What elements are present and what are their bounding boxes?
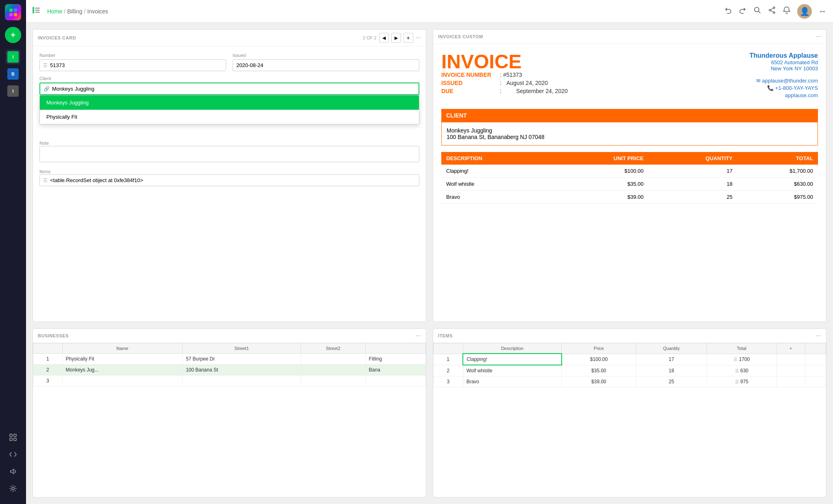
item-col-extra — [805, 343, 826, 354]
add-record-button[interactable]: + — [403, 33, 413, 43]
col-description: DESCRIPTION — [441, 152, 552, 165]
inv-desc-1: Wolf whistle — [441, 178, 552, 191]
dropdown-option-0[interactable]: Monkeys Juggling — [40, 96, 419, 110]
biz-num-2: 3 — [33, 376, 63, 387]
item-col-qty: Quantity — [636, 343, 707, 354]
user-avatar[interactable]: 👤 — [797, 4, 812, 19]
invoice-due-row: DUE : September 24, 2020 — [441, 88, 568, 94]
col-total: TOTAL — [737, 152, 818, 165]
biz-street1-2[interactable] — [182, 376, 301, 387]
settings-icon[interactable] — [6, 481, 20, 496]
biz-street2-0[interactable] — [301, 354, 366, 365]
invoices-custom-title: INVOICES Custom — [438, 34, 813, 39]
number-icon: ☰ — [43, 63, 48, 68]
client-value: Monkeys Juggling — [52, 86, 415, 92]
sidebar-item-i1[interactable]: I — [6, 50, 20, 64]
biz-street2-2[interactable] — [301, 376, 366, 387]
businesses-more-icon[interactable]: ··· — [416, 332, 421, 339]
search-button[interactable] — [753, 6, 761, 16]
item-price-0[interactable]: $100.00 — [562, 354, 636, 365]
breadcrumb-billing[interactable]: Billing — [67, 8, 82, 15]
item-qty-1[interactable]: 18 — [636, 365, 707, 376]
items-more-icon[interactable]: ··· — [816, 332, 821, 339]
biz-name-2[interactable] — [62, 376, 182, 387]
invoices-custom-header: INVOICES Custom ··· — [433, 30, 826, 44]
custom-more-icon[interactable]: ··· — [816, 33, 821, 40]
biz-extra-2 — [365, 376, 425, 387]
businesses-table: Name Street1 Street2 1 Physically Fit 57… — [33, 343, 426, 387]
breadcrumb-home[interactable]: Home — [47, 8, 62, 15]
businesses-table-container: Name Street1 Street2 1 Physically Fit 57… — [33, 343, 426, 387]
issued-input[interactable]: 2020-08-24 — [233, 59, 419, 71]
biz-street1-0[interactable]: 57 Burpee Dr — [182, 354, 301, 365]
company-phone: 📞 +1-800-YAY-YAYS — [750, 85, 818, 91]
invoice-due-value: September 24, 2020 — [516, 88, 568, 94]
biz-row-1: 2 Monkeys Jug... 100 Banana St Bana — [33, 365, 426, 376]
next-button[interactable]: ▶ — [391, 33, 401, 43]
breadcrumb-invoices[interactable]: Invoices — [87, 8, 108, 15]
invoices-card-count: 2 OF 2 — [363, 35, 377, 40]
item-desc-2[interactable]: Bravo — [463, 376, 562, 387]
item-price-2[interactable]: $39.00 — [562, 376, 636, 387]
note-input[interactable] — [39, 146, 419, 162]
dropdown-option-1[interactable]: Physically Fit — [40, 110, 419, 124]
items-table: Description Price Quantity Total + 1 Cla… — [433, 343, 826, 387]
biz-col-street1: Street1 — [182, 343, 301, 354]
item-row-0: 1 Clapping! $100.00 17 ☰ 1700 — [434, 354, 826, 365]
number-input[interactable]: ☰ 51373 — [39, 59, 226, 71]
biz-name-1[interactable]: Monkeys Jug... — [62, 365, 182, 376]
number-group: Number ☰ 51373 — [39, 53, 226, 71]
invoice-row-2: Bravo $39.00 25 $975.00 — [441, 191, 818, 204]
issued-group: Issued 2020-08-24 — [233, 53, 419, 71]
client-input[interactable]: 🔗 Monkeys Juggling — [39, 83, 419, 95]
item-qty-2[interactable]: 25 — [636, 376, 707, 387]
items-input[interactable]: ☰ <table.RecordSet object at 0xfe384f10> — [39, 174, 419, 186]
redo-button[interactable] — [739, 6, 747, 16]
inv-desc-0: Clapping! — [441, 165, 552, 178]
megaphone-icon[interactable] — [6, 464, 20, 479]
item-desc-0[interactable]: Clapping! — [463, 354, 562, 365]
copy-icon-1[interactable]: ☰ — [735, 368, 739, 373]
biz-street2-1[interactable] — [301, 365, 366, 376]
breadcrumb-sep1: / — [64, 8, 65, 15]
notifications-button[interactable] — [783, 6, 791, 16]
biz-street1-1[interactable]: 100 Banana St — [182, 365, 301, 376]
businesses-panel: BUSINESSES ··· Name Street1 Street2 — [33, 328, 426, 497]
more-options-icon[interactable]: ··· — [416, 34, 421, 41]
biz-num-0: 1 — [33, 354, 63, 365]
item-col-add[interactable]: + — [776, 343, 805, 354]
item-desc-1[interactable]: Wolf whistle — [463, 365, 562, 376]
col-quantity: QUANTITY — [648, 152, 737, 165]
client-address: 100 Banana St, Bananaberg NJ 07048 — [447, 134, 813, 140]
add-button[interactable]: + — [5, 27, 21, 43]
biz-col-name: Name — [62, 343, 182, 354]
client-dropdown-container: 🔗 Monkeys Juggling Monkeys Juggling Phys… — [39, 83, 419, 95]
app-logo[interactable] — [5, 4, 21, 20]
code-icon[interactable] — [6, 447, 20, 462]
item-total-2: ☰ 975 — [707, 376, 776, 387]
sidebar-item-b[interactable]: B — [6, 67, 20, 81]
company-website: applause.com — [750, 92, 818, 98]
grid-icon[interactable] — [6, 430, 20, 445]
number-label: Number — [39, 53, 226, 58]
issued-value: 2020-08-24 — [236, 62, 416, 68]
invoice-number-label: INVOICE NUMBER — [441, 72, 498, 78]
biz-name-0[interactable]: Physically Fit — [62, 354, 182, 365]
prev-button[interactable]: ◀ — [379, 33, 389, 43]
sidebar-toggle-icon[interactable] — [33, 7, 41, 15]
businesses-title: BUSINESSES — [38, 333, 413, 338]
share-button[interactable] — [768, 6, 776, 16]
expand-icon[interactable]: ↔ — [818, 7, 826, 16]
client-dropdown-menu: Monkeys Juggling Physically Fit — [39, 95, 419, 124]
sidebar-item-i2[interactable]: I — [6, 84, 20, 98]
item-qty-0[interactable]: 17 — [636, 354, 707, 365]
copy-icon-0[interactable]: ☰ — [733, 357, 737, 362]
copy-icon-2[interactable]: ☰ — [735, 379, 739, 384]
sidebar: + I B I — [0, 0, 26, 504]
item-num-1: 2 — [434, 365, 463, 376]
items-panel: ITEMS ··· Description Price Quantity Tot… — [433, 328, 826, 497]
item-price-1[interactable]: $35.00 — [562, 365, 636, 376]
invoice-number-value: #51373 — [503, 72, 522, 78]
undo-button[interactable] — [724, 6, 732, 16]
inv-total-1: $630.00 — [737, 178, 818, 191]
